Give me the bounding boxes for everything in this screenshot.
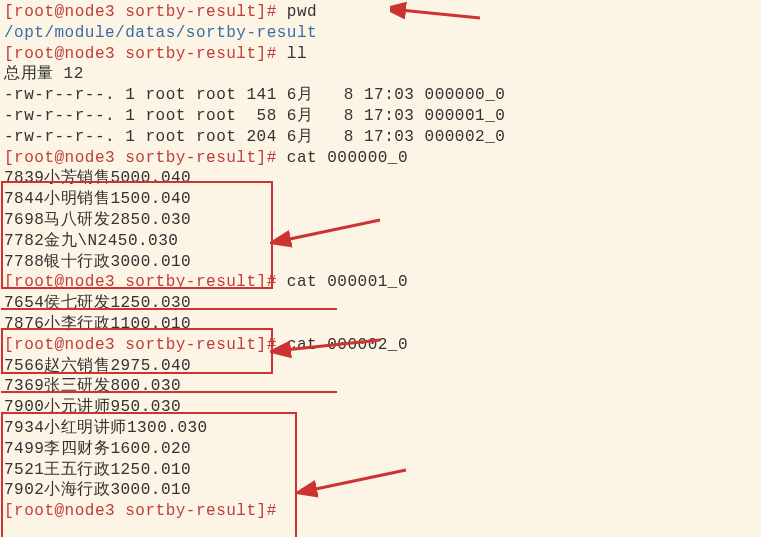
- ll-total: 总用量 12: [4, 64, 757, 85]
- cat-output-line: 7698马八研发2850.030: [4, 210, 757, 231]
- terminal-output: [root@node3 sortby-result]# pwd /opt/mod…: [0, 0, 761, 524]
- command: cat 000002_0: [287, 336, 408, 354]
- cat-output-line: 7499李四财务1600.020: [4, 439, 757, 460]
- command: cat 000000_0: [287, 149, 408, 167]
- cat-output-line: 7902小海行政3000.010: [4, 480, 757, 501]
- cat-output-line: 7782金九\N2450.030: [4, 231, 757, 252]
- ll-row: -rw-r--r--. 1 root root 141 6月 8 17:03 0…: [4, 85, 757, 106]
- command: cat 000001_0: [287, 273, 408, 291]
- prompt-line-empty: [root@node3 sortby-result]#: [4, 501, 757, 522]
- cat-output-line: 7566赵六销售2975.040: [4, 356, 757, 377]
- command: ll: [287, 45, 307, 63]
- cat-output-line: 7788银十行政3000.010: [4, 252, 757, 273]
- prompt: [root@node3 sortby-result]#: [4, 273, 287, 291]
- cat-output-line: 7521王五行政1250.010: [4, 460, 757, 481]
- prompt-line-cat2: [root@node3 sortby-result]# cat 000002_0: [4, 335, 757, 356]
- prompt: [root@node3 sortby-result]#: [4, 336, 287, 354]
- prompt: [root@node3 sortby-result]#: [4, 3, 287, 21]
- prompt: [root@node3 sortby-result]#: [4, 45, 287, 63]
- cat-output-line: 7844小明销售1500.040: [4, 189, 757, 210]
- prompt-line-ll: [root@node3 sortby-result]# ll: [4, 44, 757, 65]
- ll-row: -rw-r--r--. 1 root root 204 6月 8 17:03 0…: [4, 127, 757, 148]
- cat-output-line: 7900小元讲师950.030: [4, 397, 757, 418]
- prompt-line-cat1: [root@node3 sortby-result]# cat 000001_0: [4, 272, 757, 293]
- prompt: [root@node3 sortby-result]#: [4, 502, 287, 520]
- pwd-output: /opt/module/datas/sortby-result: [4, 23, 757, 44]
- cat-output-line: 7369张三研发800.030: [4, 376, 757, 397]
- prompt-line-cat0: [root@node3 sortby-result]# cat 000000_0: [4, 148, 757, 169]
- cat-output-line: 7876小李行政1100.010: [4, 314, 757, 335]
- cat-output-line: 7654侯七研发1250.030: [4, 293, 757, 314]
- cat-output-line: 7839小芳销售5000.040: [4, 168, 757, 189]
- prompt: [root@node3 sortby-result]#: [4, 149, 287, 167]
- ll-row: -rw-r--r--. 1 root root 58 6月 8 17:03 00…: [4, 106, 757, 127]
- command: pwd: [287, 3, 317, 21]
- prompt-line-pwd: [root@node3 sortby-result]# pwd: [4, 2, 757, 23]
- cat-output-line: 7934小红明讲师1300.030: [4, 418, 757, 439]
